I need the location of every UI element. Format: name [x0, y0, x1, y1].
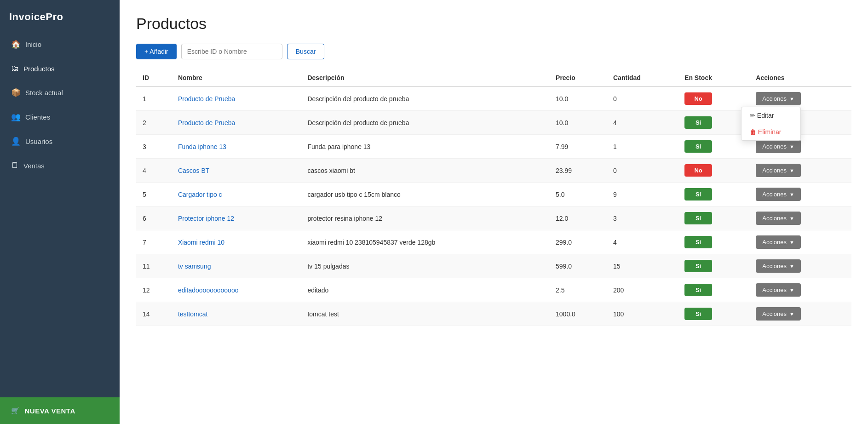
acciones-label: Acciones [762, 95, 787, 102]
acciones-button[interactable]: Acciones▼ [756, 188, 801, 201]
acciones-button[interactable]: Acciones▼ [756, 164, 801, 177]
acciones-button[interactable]: Acciones▼ [756, 212, 801, 225]
acciones-dropdown-wrapper: Acciones▼✏ Editar🗑 Eliminar [756, 307, 801, 321]
col-header-id: ID [136, 69, 172, 86]
cell-id: 2 [136, 111, 172, 135]
main-content: Productos + Añadir Buscar IDNombreDescri… [120, 0, 868, 424]
cell-nombre: Cargador tipo c [172, 183, 301, 206]
chevron-down-icon: ▼ [789, 144, 794, 149]
stock-badge: Sí [684, 284, 712, 296]
sidebar-item-label: Inicio [25, 40, 41, 48]
cell-precio: 599.0 [549, 254, 607, 278]
col-header-acciones: Acciones [749, 69, 851, 86]
acciones-dropdown-wrapper: Acciones▼✏ Editar🗑 Eliminar [756, 140, 801, 153]
cell-precio: 12.0 [549, 206, 607, 230]
cell-descripcion: Descripción del producto de prueba [301, 86, 549, 111]
acciones-button[interactable]: Acciones▼ [756, 307, 801, 321]
nueva-venta-button[interactable]: 🛒 NUEVA VENTA [0, 397, 120, 424]
cell-nombre: Producto de Prueba [172, 111, 301, 135]
acciones-button[interactable]: Acciones▼ [756, 259, 801, 273]
search-input[interactable] [181, 44, 282, 59]
acciones-label: Acciones [762, 191, 787, 198]
cell-id: 4 [136, 159, 172, 183]
cell-acciones: Acciones▼✏ Editar🗑 Eliminar [749, 159, 851, 183]
usuarios-icon: 👤 [11, 137, 21, 146]
page-title: Productos [136, 15, 851, 33]
cell-descripcion: editado [301, 278, 549, 302]
cell-descripcion: protector resina iphone 12 [301, 206, 549, 230]
cell-en-stock: Sí [678, 254, 749, 278]
cell-acciones: Acciones▼✏ Editar🗑 Eliminar [749, 206, 851, 230]
acciones-button[interactable]: Acciones▼ [756, 140, 801, 153]
cell-acciones: Acciones▼✏ Editar🗑 Eliminar [749, 183, 851, 206]
table-row: 1Producto de PruebaDescripción del produ… [136, 86, 851, 111]
cell-en-stock: Sí [678, 135, 749, 159]
cell-descripcion: cascos xiaomi bt [301, 159, 549, 183]
cell-cantidad: 4 [607, 230, 678, 254]
sidebar: InvoicePro 🏠Inicio🗂Productos📦Stock actua… [0, 0, 120, 424]
brand-logo: InvoicePro [0, 0, 120, 32]
chevron-down-icon: ▼ [789, 264, 794, 269]
cell-precio: 2.5 [549, 278, 607, 302]
sidebar-item-ventas[interactable]: 🗒Ventas [0, 154, 120, 178]
acciones-dropdown-wrapper: Acciones▼✏ Editar🗑 Eliminar [756, 283, 801, 297]
cell-cantidad: 100 [607, 302, 678, 326]
acciones-button[interactable]: Acciones▼ [756, 92, 801, 105]
sidebar-item-label: Clientes [25, 113, 50, 121]
sidebar-item-label: Stock actual [25, 89, 63, 97]
table-row: 14testtomcattomcat test1000.0100SíAccion… [136, 302, 851, 326]
toolbar: + Añadir Buscar [136, 44, 851, 59]
inicio-icon: 🏠 [11, 40, 21, 49]
editar-menu-item[interactable]: ✏ Editar [742, 107, 800, 124]
cell-nombre: editadoooooooooooo [172, 278, 301, 302]
stock-badge: No [684, 92, 712, 105]
sidebar-item-clientes[interactable]: 👥Clientes [0, 105, 120, 129]
sidebar-item-usuarios[interactable]: 👤Usuarios [0, 129, 120, 154]
cell-nombre: Cascos BT [172, 159, 301, 183]
search-button[interactable]: Buscar [287, 44, 325, 59]
acciones-label: Acciones [762, 310, 787, 317]
cell-acciones: Acciones▼✏ Editar🗑 Eliminar [749, 254, 851, 278]
sidebar-item-label: Productos [23, 65, 55, 73]
chevron-down-icon: ▼ [789, 216, 794, 221]
chevron-down-icon: ▼ [789, 287, 794, 293]
sidebar-item-label: Ventas [23, 162, 45, 170]
acciones-button[interactable]: Acciones▼ [756, 235, 801, 249]
cell-id: 6 [136, 206, 172, 230]
col-header-en-stock: En Stock [678, 69, 749, 86]
sidebar-item-stock-actual[interactable]: 📦Stock actual [0, 80, 120, 105]
cell-id: 1 [136, 86, 172, 111]
cell-en-stock: Sí [678, 302, 749, 326]
acciones-button[interactable]: Acciones▼ [756, 283, 801, 297]
cell-precio: 23.99 [549, 159, 607, 183]
cell-id: 11 [136, 254, 172, 278]
table-row: 5Cargador tipo ccargador usb tipo c 15cm… [136, 183, 851, 206]
cell-nombre: Xiaomi redmi 10 [172, 230, 301, 254]
table-header: IDNombreDescripciónPrecioCantidadEn Stoc… [136, 69, 851, 86]
cell-id: 12 [136, 278, 172, 302]
stock-badge: Sí [684, 116, 712, 129]
sidebar-item-inicio[interactable]: 🏠Inicio [0, 32, 120, 57]
cell-cantidad: 0 [607, 86, 678, 111]
nav-menu: 🏠Inicio🗂Productos📦Stock actual👥Clientes👤… [0, 32, 120, 178]
sidebar-item-productos[interactable]: 🗂Productos [0, 57, 120, 80]
cell-descripcion: Descripción del producto de prueba [301, 111, 549, 135]
cell-precio: 10.0 [549, 86, 607, 111]
acciones-label: Acciones [762, 143, 787, 150]
cart-icon: 🛒 [11, 407, 20, 415]
col-header-descripción: Descripción [301, 69, 549, 86]
cell-en-stock: Sí [678, 183, 749, 206]
acciones-label: Acciones [762, 263, 787, 269]
chevron-down-icon: ▼ [789, 168, 794, 173]
cell-cantidad: 0 [607, 159, 678, 183]
cell-acciones: Acciones▼✏ Editar🗑 Eliminar [749, 86, 851, 111]
cell-id: 14 [136, 302, 172, 326]
add-button[interactable]: + Añadir [136, 44, 177, 59]
cell-descripcion: xiaomi redmi 10 238105945837 verde 128gb [301, 230, 549, 254]
cell-precio: 7.99 [549, 135, 607, 159]
cell-en-stock: Sí [678, 278, 749, 302]
cell-descripcion: cargador usb tipo c 15cm blanco [301, 183, 549, 206]
eliminar-menu-item[interactable]: 🗑 Eliminar [742, 124, 800, 140]
cell-acciones: Acciones▼✏ Editar🗑 Eliminar [749, 302, 851, 326]
cell-nombre: Protector iphone 12 [172, 206, 301, 230]
